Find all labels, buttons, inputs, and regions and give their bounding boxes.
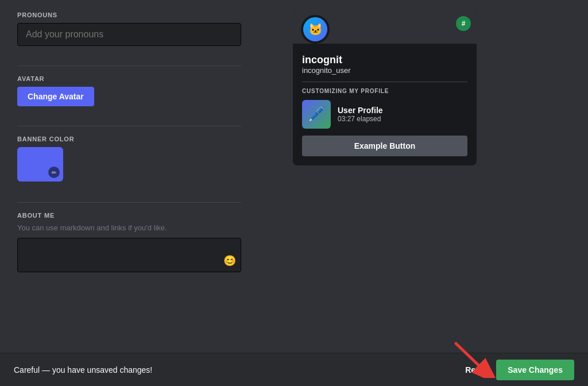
save-changes-button[interactable]: Save Changes: [496, 360, 574, 380]
banner-color-section: BANNER COLOR ✏: [17, 136, 270, 182]
right-panel: 🐱 # incognit incognito_user CUSTOMIZING …: [293, 11, 571, 375]
bottom-bar: Careful — you have unsaved changes! Rese…: [0, 353, 588, 386]
avatar: 🐱: [301, 15, 330, 44]
activity-text: User Profile 03:27 elapsed: [338, 106, 383, 123]
unsaved-message: Careful — you have unsaved changes!: [14, 365, 465, 375]
avatar-label: AVATAR: [17, 75, 270, 82]
about-me-section: ABOUT ME You can use markdown and links …: [17, 212, 270, 272]
hashtag-badge: #: [456, 16, 471, 31]
preview-card: 🐱 # incognit incognito_user CUSTOMIZING …: [293, 11, 477, 165]
discriminator: incognito_user: [302, 66, 467, 75]
customizing-label: CUSTOMIZING MY PROFILE: [302, 88, 467, 94]
change-avatar-button[interactable]: Change Avatar: [17, 87, 94, 106]
left-panel: PRONOUNS AVATAR Change Avatar BANNER COL…: [17, 11, 270, 375]
activity-icon: 🖊️: [302, 100, 331, 129]
activity-title: User Profile: [338, 106, 383, 115]
activity-row: 🖊️ User Profile 03:27 elapsed: [302, 100, 467, 129]
avatar-inner: 🐱: [303, 17, 327, 41]
banner-color-picker[interactable]: ✏: [17, 147, 63, 182]
pronouns-label: PRONOUNS: [17, 11, 270, 18]
activity-elapsed: 03:27 elapsed: [338, 115, 383, 123]
banner-color-label: BANNER COLOR: [17, 136, 270, 142]
avatar-section: AVATAR Change Avatar: [17, 75, 270, 106]
about-me-input-box[interactable]: 😊: [17, 238, 241, 272]
pronouns-input[interactable]: [17, 23, 241, 46]
card-divider: [302, 82, 467, 82]
username: incognit: [302, 54, 467, 66]
reset-button[interactable]: Reset: [465, 365, 487, 375]
about-me-hint: You can use markdown and links if you'd …: [17, 223, 270, 232]
avatar-area: 🐱 #: [293, 11, 477, 44]
divider-2: [17, 126, 241, 126]
divider-3: [17, 202, 241, 203]
pronouns-section: PRONOUNS: [17, 11, 270, 46]
example-button[interactable]: Example Button: [302, 136, 467, 156]
emoji-icon[interactable]: 😊: [223, 254, 236, 267]
card-body: incognit incognito_user CUSTOMIZING MY P…: [293, 44, 477, 165]
edit-icon: ✏: [48, 167, 60, 178]
about-me-label: ABOUT ME: [17, 212, 270, 219]
divider-1: [17, 65, 241, 66]
